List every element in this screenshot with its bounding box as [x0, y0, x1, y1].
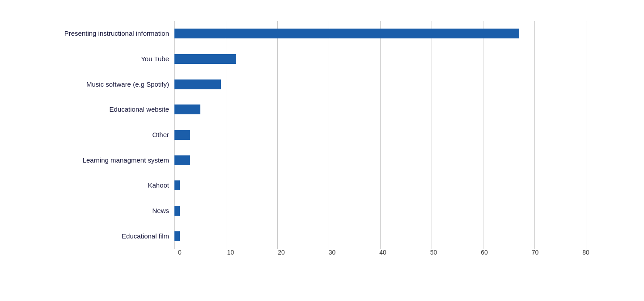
x-axis-tick: 70: [532, 249, 539, 256]
bar: [174, 231, 180, 241]
x-axis-tick: 50: [430, 249, 437, 256]
bar-row: [174, 147, 586, 173]
x-axis: 01020304050607080: [180, 249, 586, 262]
bars-wrapper: [174, 21, 586, 249]
y-axis-labels: Presenting instructional informationYou …: [40, 21, 174, 249]
y-axis-label: Presenting instructional information: [64, 29, 169, 38]
grid-line: [586, 21, 586, 249]
y-axis-label: News: [152, 207, 169, 215]
bar: [174, 130, 190, 140]
bar: [174, 155, 190, 165]
bar-row: [174, 21, 586, 46]
chart-area: Presenting instructional informationYou …: [40, 21, 586, 249]
x-axis-tick: 80: [582, 249, 589, 256]
y-axis-label: Learning managment system: [83, 156, 169, 164]
bar: [174, 29, 519, 38]
y-axis-label: You Tube: [141, 55, 169, 63]
bar-row: [174, 97, 586, 122]
bar: [174, 79, 221, 89]
bar: [174, 180, 180, 190]
bar: [174, 206, 180, 216]
x-axis-tick: 20: [278, 249, 285, 256]
y-axis-label: Kahoot: [148, 181, 169, 189]
x-axis-tick: 60: [481, 249, 488, 256]
bar-row: [174, 71, 586, 97]
x-axis-tick: 0: [178, 249, 182, 256]
bar: [174, 105, 200, 114]
x-axis-tick: 30: [329, 249, 336, 256]
x-axis-tick: 40: [379, 249, 386, 256]
x-axis-tick: 10: [227, 249, 234, 256]
bar-row: [174, 223, 586, 249]
bar-row: [174, 173, 586, 198]
y-axis-label: Music software (e.g Spotify): [86, 80, 169, 88]
bars-and-grid: [174, 21, 586, 249]
chart-container: Presenting instructional informationYou …: [31, 12, 613, 289]
y-axis-label: Educational website: [110, 105, 169, 113]
bar-row: [174, 46, 586, 72]
bar-row: [174, 122, 586, 148]
bar: [174, 54, 236, 64]
bar-row: [174, 198, 586, 224]
y-axis-label: Other: [152, 131, 169, 139]
y-axis-label: Educational film: [122, 232, 169, 240]
